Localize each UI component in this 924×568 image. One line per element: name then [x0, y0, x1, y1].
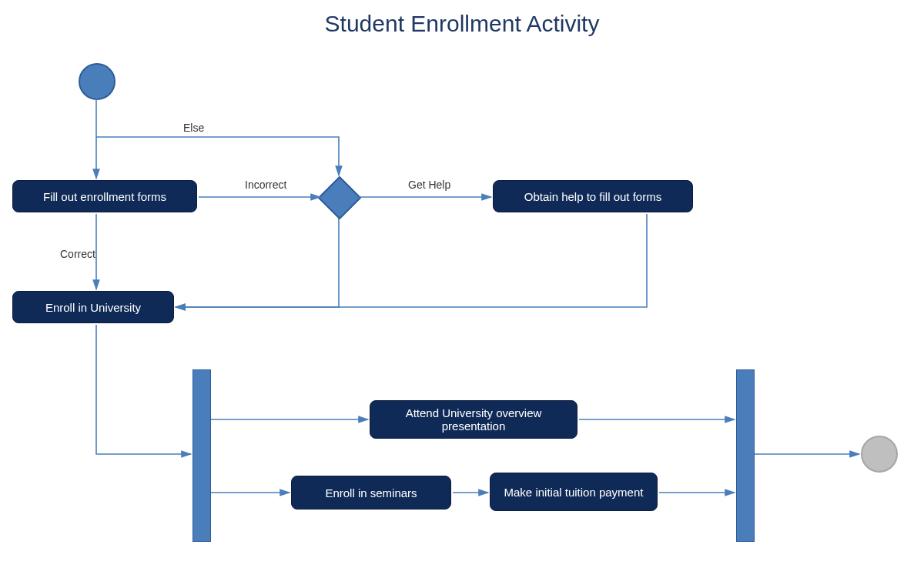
join-bar [736, 369, 755, 542]
activity-enroll-seminars: Enroll in seminars [291, 476, 451, 510]
fork-bar [192, 369, 211, 542]
activity-enroll-university: Enroll in University [12, 291, 174, 323]
diagram-title: Student Enrollment Activity [0, 11, 924, 37]
edge-label-get-help: Get Help [408, 179, 450, 191]
activity-fill-out-forms: Fill out enrollment forms [12, 180, 197, 212]
start-node [79, 63, 116, 100]
decision-node [318, 176, 362, 220]
edge-label-incorrect: Incorrect [245, 179, 286, 191]
activity-attend-overview: Attend University overview presentation [370, 400, 578, 439]
activity-label: Make initial tuition payment [504, 486, 644, 499]
activity-label: Fill out enrollment forms [43, 190, 166, 203]
activity-label: Obtain help to fill out forms [524, 190, 661, 203]
activity-label: Enroll in University [45, 301, 141, 314]
activity-label: Enroll in seminars [325, 486, 417, 500]
edge-label-else: Else [183, 122, 204, 134]
connector-lines [0, 0, 924, 568]
activity-label: Attend University overview presentation [378, 406, 569, 433]
edge-label-correct: Correct [60, 248, 95, 260]
end-node [861, 436, 898, 473]
activity-obtain-help: Obtain help to fill out forms [493, 180, 693, 212]
activity-make-payment: Make initial tuition payment [490, 473, 658, 511]
